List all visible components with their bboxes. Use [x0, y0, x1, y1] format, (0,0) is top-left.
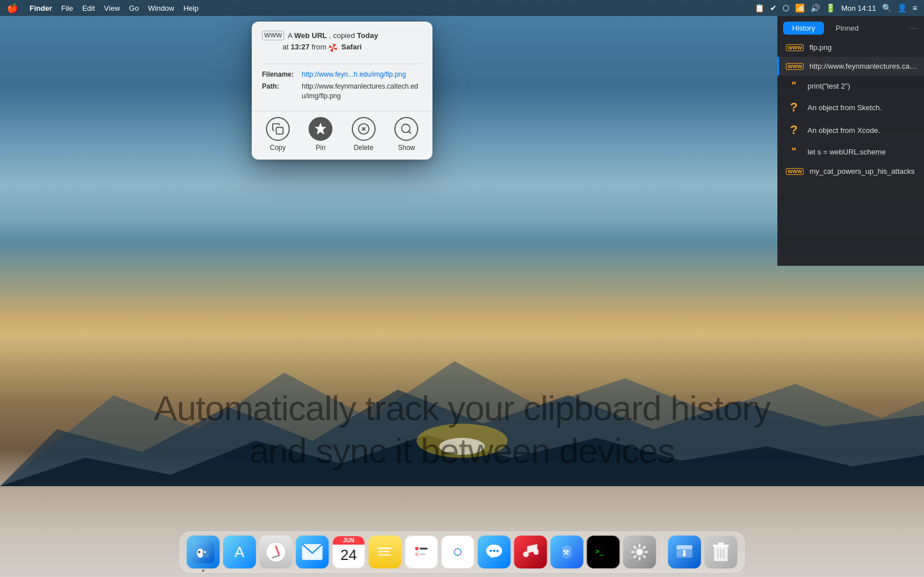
history-item-text: my_cat_powers_up_his_attacks: [809, 167, 917, 175]
dock-item-calendar[interactable]: JUN 24: [332, 536, 365, 568]
svg-point-41: [493, 550, 496, 552]
svg-point-37: [455, 549, 461, 555]
menubar-go[interactable]: Go: [129, 4, 139, 12]
history-panel: History Pinned ··· WWW flp.png WWW http:…: [777, 16, 924, 266]
popup-type-suffix: , copied: [329, 31, 355, 40]
svg-point-42: [497, 550, 499, 552]
history-item[interactable]: " print("test 2"): [777, 76, 924, 96]
menubar-file[interactable]: File: [61, 4, 73, 12]
popup-path-label: Path:: [262, 82, 302, 101]
svg-line-10: [409, 132, 411, 134]
photos-icon: [442, 536, 475, 568]
delete-icon: [352, 117, 376, 141]
svg-point-48: [636, 549, 643, 555]
history-badge-quote: ": [786, 81, 802, 91]
svg-point-25: [415, 547, 419, 550]
svg-rect-28: [420, 554, 426, 555]
menubar-left: 🍎 Finder File Edit View Go Window Help: [7, 3, 198, 14]
menubar-window[interactable]: Window: [148, 4, 174, 12]
popup-meta: Filename: http://www.feyn...h.edu/img/fl…: [252, 64, 432, 111]
svg-point-13: [203, 549, 210, 558]
popup-www-badge: WWW: [262, 31, 284, 40]
dock-item-music[interactable]: [514, 536, 547, 568]
history-more-button[interactable]: ···: [909, 23, 918, 34]
svg-text:⬇: ⬇: [681, 549, 688, 558]
dock-item-trash[interactable]: [705, 536, 738, 568]
popup-path-value: http://www.feynmanlectures.caltech.edu/i…: [302, 82, 422, 101]
battery-icon[interactable]: 🔋: [826, 3, 835, 12]
svg-rect-62: [718, 542, 724, 545]
dock-item-messages[interactable]: [478, 536, 511, 568]
svg-point-4: [439, 438, 485, 455]
menubar-view[interactable]: View: [104, 4, 120, 12]
clipboard-icon[interactable]: 📋: [755, 3, 764, 12]
tab-pinned[interactable]: Pinned: [826, 22, 867, 35]
svg-rect-53: [639, 557, 640, 561]
history-item[interactable]: ? An object from Xcode.: [777, 119, 924, 141]
dock-item-mail[interactable]: [296, 536, 329, 568]
control-strip-icon[interactable]: ≡: [913, 3, 917, 12]
history-item[interactable]: WWW http://www.feynmanlectures.caltech.e…: [777, 57, 924, 76]
svg-point-43: [523, 551, 529, 557]
dock-item-syspref[interactable]: [623, 536, 656, 568]
appstore-icon: A: [223, 536, 256, 568]
history-tabs: History Pinned ···: [777, 16, 924, 38]
menubar-finder[interactable]: Finder: [30, 4, 52, 12]
popup-path-row: Path: http://www.feynmanlectures.caltech…: [262, 82, 422, 101]
dock-item-appstore[interactable]: A: [223, 536, 256, 568]
dock-item-reminders[interactable]: [405, 536, 438, 568]
tab-history[interactable]: History: [783, 22, 824, 35]
dock-item-terminal[interactable]: >_: [587, 536, 620, 568]
popup-source-row: at 13:27 from Safari: [262, 43, 422, 52]
history-item[interactable]: ? An object from Sketch.: [777, 96, 924, 119]
terminal-icon: >_: [587, 536, 620, 568]
popup-type-row: WWW A Web URL , copied Today: [262, 31, 422, 40]
history-item[interactable]: WWW flp.png: [777, 38, 924, 57]
history-item[interactable]: " let s = webURL.scheme: [777, 141, 924, 162]
notes-icon: [369, 536, 402, 568]
popup-actions: Copy Pin Delete: [252, 111, 432, 160]
dock-item-finder[interactable]: [187, 536, 220, 568]
apple-menu[interactable]: 🍎: [7, 3, 18, 14]
dock: A JUN 24: [180, 532, 745, 572]
pin-button[interactable]: Pin: [303, 117, 338, 152]
popup-type-highlight: Web URL: [294, 31, 327, 40]
avatar-icon[interactable]: 👤: [897, 3, 907, 12]
safari-icon: [260, 536, 293, 568]
delete-button[interactable]: Delete: [347, 117, 381, 152]
volume-icon[interactable]: 🔊: [810, 3, 820, 12]
popup-filename-value: http://www.feyn...h.edu/img/flp.png: [302, 70, 406, 80]
dock-item-photos[interactable]: [442, 536, 475, 568]
popup-filename-row: Filename: http://www.feyn...h.edu/img/fl…: [262, 70, 422, 80]
bluetooth-icon[interactable]: ⬡: [783, 3, 789, 12]
copy-button[interactable]: Copy: [261, 117, 295, 152]
dock-item-downloads[interactable]: ⬇: [668, 536, 701, 568]
svg-point-9: [402, 124, 410, 133]
search-icon[interactable]: 🔍: [882, 3, 892, 12]
dock-item-xcode[interactable]: ⚒: [551, 536, 584, 568]
reminders-icon: [405, 536, 438, 568]
history-item-text: An object from Xcode.: [808, 126, 917, 135]
dock-item-safari[interactable]: [260, 536, 293, 568]
wifi-icon[interactable]: 📶: [795, 3, 805, 12]
popup-from-prefix: from: [311, 43, 328, 51]
dock-item-notes[interactable]: [369, 536, 402, 568]
xcode-icon: ⚒: [551, 536, 584, 568]
delete-label: Delete: [353, 144, 373, 152]
svg-text:>_: >_: [596, 547, 604, 556]
syspref-icon: [623, 536, 656, 568]
pin-icon: [309, 117, 332, 141]
music-icon: [514, 536, 547, 568]
show-button[interactable]: Show: [389, 117, 423, 152]
menubar-edit[interactable]: Edit: [82, 4, 95, 12]
history-badge-question: ?: [786, 124, 802, 136]
menubar-right: 📋 ✔ ⬡ 📶 🔊 🔋 Mon 14:11 🔍 👤 ≡: [755, 3, 917, 12]
svg-rect-52: [642, 555, 646, 559]
popup-at-time: 13:27: [290, 43, 309, 51]
history-badge-www: WWW: [786, 168, 804, 175]
popup-filename-label: Filename:: [262, 70, 302, 80]
svg-point-27: [415, 553, 419, 556]
svg-point-14: [198, 551, 201, 553]
menubar-help[interactable]: Help: [184, 4, 199, 12]
history-item[interactable]: WWW my_cat_powers_up_his_attacks: [777, 162, 924, 181]
